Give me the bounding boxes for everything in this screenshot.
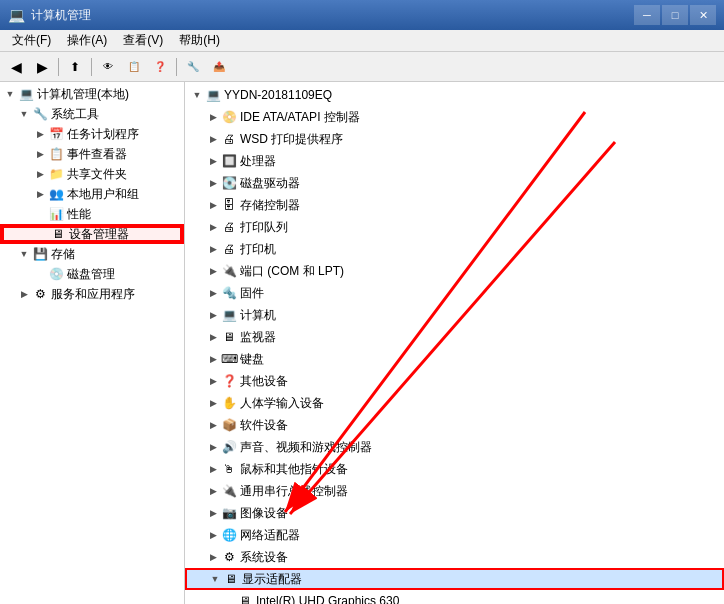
right-item-printer[interactable]: ▶ 🖨 打印机: [185, 238, 724, 260]
right-expand-audio: ▶: [205, 439, 221, 455]
expand-icon-systemtools: ▼: [16, 106, 32, 122]
expand-icon-storage: ▼: [16, 246, 32, 262]
toolbar-sep-1: [58, 58, 59, 76]
right-expand-other: ▶: [205, 373, 221, 389]
left-tree-item-devmgr[interactable]: 🖥 设备管理器: [0, 224, 184, 244]
right-expand-ide: ▶: [205, 109, 221, 125]
menu-help[interactable]: 帮助(H): [171, 30, 228, 51]
right-item-mouse[interactable]: ▶ 🖱 鼠标和其他指针设备: [185, 458, 724, 480]
left-tree-item-storage[interactable]: ▼ 💾 存储: [0, 244, 184, 264]
export-button[interactable]: 📤: [207, 56, 231, 78]
right-item-hid[interactable]: ▶ ✋ 人体学输入设备: [185, 392, 724, 414]
left-tree-item-services[interactable]: ▶ ⚙ 服务和应用程序: [0, 284, 184, 304]
right-expand-storagectrl: ▶: [205, 197, 221, 213]
toolbar-sep-2: [91, 58, 92, 76]
right-item-intel-gpu[interactable]: 🖥 Intel(R) UHD Graphics 630: [185, 590, 724, 604]
right-item-other[interactable]: ▶ ❓ 其他设备: [185, 370, 724, 392]
left-tree-item-disk[interactable]: 💿 磁盘管理: [0, 264, 184, 284]
expand-icon-services: ▶: [16, 286, 32, 302]
right-icon-keyboard: ⌨: [221, 351, 237, 367]
right-item-ports[interactable]: ▶ 🔌 端口 (COM 和 LPT): [185, 260, 724, 282]
menu-view[interactable]: 查看(V): [115, 30, 171, 51]
main-container: ▼ 💻 计算机管理(本地) ▼ 🔧 系统工具 ▶ 📅 任务计划程序 ▶ 📋 事件…: [0, 82, 724, 604]
left-label-tasks: 任务计划程序: [67, 126, 139, 143]
right-item-storagectrl[interactable]: ▶ 🗄 存储控制器: [185, 194, 724, 216]
right-label-root: YYDN-20181109EQ: [224, 88, 332, 102]
close-button[interactable]: ✕: [690, 5, 716, 25]
right-item-hdisk[interactable]: ▶ 💽 磁盘驱动器: [185, 172, 724, 194]
left-label-root: 计算机管理(本地): [37, 86, 129, 103]
left-label-disk: 磁盘管理: [67, 266, 115, 283]
right-icon-computer: 💻: [221, 307, 237, 323]
left-tree-item-shared[interactable]: ▶ 📁 共享文件夹: [0, 164, 184, 184]
right-item-wsd[interactable]: ▶ 🖨 WSD 打印提供程序: [185, 128, 724, 150]
right-icon-cpu: 🔲: [221, 153, 237, 169]
right-item-ide[interactable]: ▶ 📀 IDE ATA/ATAPI 控制器: [185, 106, 724, 128]
right-item-audio[interactable]: ▶ 🔊 声音、视频和游戏控制器: [185, 436, 724, 458]
left-panel: ▼ 💻 计算机管理(本地) ▼ 🔧 系统工具 ▶ 📅 任务计划程序 ▶ 📋 事件…: [0, 82, 185, 604]
right-item-keyboard[interactable]: ▶ ⌨ 键盘: [185, 348, 724, 370]
right-item-usb[interactable]: ▶ 🔌 通用串行总线控制器: [185, 480, 724, 502]
title-bar-icon: 💻: [8, 7, 25, 23]
title-bar-controls: ─ □ ✕: [634, 5, 716, 25]
right-item-imaging[interactable]: ▶ 📷 图像设备: [185, 502, 724, 524]
right-item-monitor[interactable]: ▶ 🖥 监视器: [185, 326, 724, 348]
right-label-other: 其他设备: [240, 373, 288, 390]
right-item-firmware[interactable]: ▶ 🔩 固件: [185, 282, 724, 304]
right-item-display[interactable]: ▼ 🖥 显示适配器: [185, 568, 724, 590]
right-item-swdev[interactable]: ▶ 📦 软件设备: [185, 414, 724, 436]
right-tree-item-root[interactable]: ▼ 💻 YYDN-20181109EQ: [185, 84, 724, 106]
right-icon-swdev: 📦: [221, 417, 237, 433]
left-tree-item-perf[interactable]: 📊 性能: [0, 204, 184, 224]
right-icon-sysdev: ⚙: [221, 549, 237, 565]
right-panel: ▼ 💻 YYDN-20181109EQ ▶ 📀 IDE ATA/ATAPI 控制…: [185, 82, 724, 604]
right-icon-intel-gpu: 🖥: [237, 593, 253, 604]
right-label-storagectrl: 存储控制器: [240, 197, 300, 214]
left-tree-item-tasks[interactable]: ▶ 📅 任务计划程序: [0, 124, 184, 144]
left-tree-item-root[interactable]: ▼ 💻 计算机管理(本地): [0, 84, 184, 104]
back-button[interactable]: ◀: [4, 56, 28, 78]
right-item-computer[interactable]: ▶ 💻 计算机: [185, 304, 724, 326]
right-label-wsd: WSD 打印提供程序: [240, 131, 343, 148]
left-label-users: 本地用户和组: [67, 186, 139, 203]
perf-icon: 📊: [48, 206, 64, 222]
menu-action[interactable]: 操作(A): [59, 30, 115, 51]
services-icon: ⚙: [32, 286, 48, 302]
right-expand-network: ▶: [205, 527, 221, 543]
right-label-sysdev: 系统设备: [240, 549, 288, 566]
right-label-printer: 打印机: [240, 241, 276, 258]
right-label-usb: 通用串行总线控制器: [240, 483, 348, 500]
devmgr-icon: 🖥: [50, 226, 66, 242]
right-item-printqueue[interactable]: ▶ 🖨 打印队列: [185, 216, 724, 238]
menu-file[interactable]: 文件(F): [4, 30, 59, 51]
computer-icon: 💻: [18, 86, 34, 102]
right-expand-printer: ▶: [205, 241, 221, 257]
right-label-hid: 人体学输入设备: [240, 395, 324, 412]
left-label-shared: 共享文件夹: [67, 166, 127, 183]
show-hide-button[interactable]: 👁: [96, 56, 120, 78]
right-item-network[interactable]: ▶ 🌐 网络适配器: [185, 524, 724, 546]
right-icon-printqueue: 🖨: [221, 219, 237, 235]
up-button[interactable]: ⬆: [63, 56, 87, 78]
right-icon-network: 🌐: [221, 527, 237, 543]
minimize-button[interactable]: ─: [634, 5, 660, 25]
right-label-firmware: 固件: [240, 285, 264, 302]
forward-button[interactable]: ▶: [30, 56, 54, 78]
properties-button[interactable]: 📋: [122, 56, 146, 78]
right-item-sysdev[interactable]: ▶ ⚙ 系统设备: [185, 546, 724, 568]
expand-icon-root: ▼: [2, 86, 18, 102]
right-item-cpu[interactable]: ▶ 🔲 处理器: [185, 150, 724, 172]
toolbar: ◀ ▶ ⬆ 👁 📋 ❓ 🔧 📤: [0, 52, 724, 82]
disk-icon: 💿: [48, 266, 64, 282]
left-tree-item-events[interactable]: ▶ 📋 事件查看器: [0, 144, 184, 164]
right-icon-display: 🖥: [223, 571, 239, 587]
title-bar-text: 计算机管理: [31, 7, 628, 24]
maximize-button[interactable]: □: [662, 5, 688, 25]
expand-icon-events: ▶: [32, 146, 48, 162]
right-icon-imaging: 📷: [221, 505, 237, 521]
left-tree-item-users[interactable]: ▶ 👥 本地用户和组: [0, 184, 184, 204]
help-button[interactable]: ❓: [148, 56, 172, 78]
left-tree-item-systemtools[interactable]: ▼ 🔧 系统工具: [0, 104, 184, 124]
events-icon: 📋: [48, 146, 64, 162]
tool-button[interactable]: 🔧: [181, 56, 205, 78]
